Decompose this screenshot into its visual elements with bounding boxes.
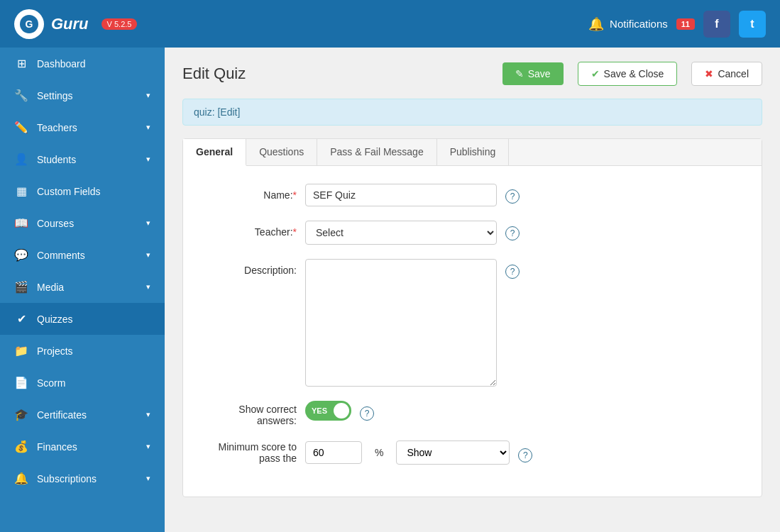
score-action-select[interactable]: Show: [396, 440, 510, 465]
sidebar-label-settings: Settings: [37, 90, 138, 101]
sidebar-label-dashboard: Dashboard: [37, 58, 150, 70]
media-chevron: ▾: [146, 282, 150, 292]
quizzes-icon: ✔: [14, 312, 28, 326]
courses-chevron: ▾: [146, 218, 150, 228]
sidebar-item-quizzes[interactable]: ✔ Quizzes: [0, 303, 165, 335]
breadcrumb: quiz: [Edit]: [182, 99, 762, 126]
sidebar-label-students: Students: [37, 154, 138, 165]
sidebar-item-media[interactable]: 🎬 Media ▾: [0, 271, 165, 303]
save-button[interactable]: ✎ Save: [502, 62, 564, 85]
notifications-area: 🔔 Notifications: [588, 16, 668, 32]
sidebar-item-custom-fields[interactable]: ▦ Custom Fields: [0, 175, 165, 207]
twitter-button[interactable]: t: [739, 11, 766, 38]
settings-chevron: ▾: [146, 91, 150, 100]
tab-publishing[interactable]: Publishing: [437, 139, 510, 165]
name-help-icon[interactable]: ?: [505, 189, 520, 204]
top-header: G Guru V 5.2.5 🔔 Notifications 11 f t: [0, 0, 780, 48]
teachers-chevron: ▾: [146, 123, 150, 132]
facebook-button[interactable]: f: [703, 11, 730, 38]
min-score-input[interactable]: [305, 441, 362, 464]
certificates-chevron: ▾: [146, 410, 150, 419]
tab-questions-label: Questions: [259, 146, 304, 157]
tabs-container: General Questions Pass & Fail Message Pu…: [182, 138, 762, 497]
breadcrumb-text: quiz: [Edit]: [194, 106, 240, 118]
sidebar-item-dashboard[interactable]: ⊞ Dashboard: [0, 48, 165, 79]
subscriptions-chevron: ▾: [146, 474, 150, 483]
scorm-icon: 📄: [14, 376, 28, 389]
save-icon: ✎: [515, 68, 524, 79]
min-score-help-icon[interactable]: ?: [518, 448, 532, 462]
notifications-count[interactable]: 11: [676, 18, 695, 30]
certificates-icon: 🎓: [14, 408, 28, 421]
sidebar-item-scorm[interactable]: 📄 Scorm: [0, 367, 165, 399]
sidebar-item-courses[interactable]: 📖 Courses ▾: [0, 207, 165, 239]
save-label: Save: [528, 68, 551, 79]
students-icon: 👤: [14, 153, 28, 166]
tab-general-label: General: [196, 146, 233, 157]
logo-area: G Guru V 5.2.5: [14, 9, 137, 39]
page-title: Edit Quiz: [182, 65, 488, 83]
cancel-button[interactable]: ✖ Cancel: [691, 62, 762, 86]
sidebar-label-courses: Courses: [37, 218, 138, 229]
logo-icon: G: [14, 9, 44, 39]
name-required: *: [293, 189, 297, 201]
page-header: Edit Quiz ✎ Save ✔ Save & Close ✖ Cancel: [182, 62, 762, 86]
finances-icon: 💰: [14, 440, 28, 453]
toggle-wrapper: YES: [305, 401, 351, 421]
layout: ⊞ Dashboard 🔧 Settings ▾ ✏️ Teachers ▾ 👤…: [0, 0, 780, 532]
sidebar: ⊞ Dashboard 🔧 Settings ▾ ✏️ Teachers ▾ 👤…: [0, 48, 165, 532]
notifications-label: Notifications: [610, 18, 668, 30]
teachers-icon: ✏️: [14, 121, 28, 134]
teacher-help-icon[interactable]: ?: [505, 226, 520, 240]
save-close-button[interactable]: ✔ Save & Close: [578, 62, 678, 86]
sidebar-item-finances[interactable]: 💰 Finances ▾: [0, 431, 165, 462]
min-score-label: Minimum score to pass the: [204, 441, 297, 464]
subscriptions-icon: 🔔: [14, 472, 28, 485]
form-row-name: Name:* ?: [204, 184, 740, 206]
sidebar-item-students[interactable]: 👤 Students ▾: [0, 143, 165, 175]
form-row-show-correct: Show correct answers: YES ?: [204, 401, 740, 426]
version-badge: V 5.2.5: [101, 18, 138, 30]
tab-general[interactable]: General: [183, 139, 246, 166]
show-correct-toggle[interactable]: YES: [305, 401, 351, 421]
header-right: 🔔 Notifications 11 f t: [588, 11, 766, 38]
save-close-icon: ✔: [591, 68, 600, 79]
tab-content-general: Name:* ? Teacher:* Select ?: [183, 166, 762, 497]
projects-icon: 📁: [14, 344, 28, 358]
sidebar-label-teachers: Teachers: [37, 122, 138, 133]
sidebar-label-subscriptions: Subscriptions: [37, 473, 138, 484]
form-row-teacher: Teacher:* Select ?: [204, 221, 740, 245]
sidebar-item-certificates[interactable]: 🎓 Certificates ▾: [0, 399, 165, 431]
description-help-icon[interactable]: ?: [505, 265, 520, 279]
sidebar-item-settings[interactable]: 🔧 Settings ▾: [0, 79, 165, 111]
sidebar-item-teachers[interactable]: ✏️ Teachers ▾: [0, 111, 165, 143]
name-input[interactable]: [305, 184, 497, 206]
sidebar-label-scorm: Scorm: [37, 377, 150, 389]
sidebar-label-projects: Projects: [37, 345, 150, 357]
form-row-description: Description: ?: [204, 259, 740, 387]
toggle-knob: [334, 403, 349, 419]
sidebar-item-comments[interactable]: 💬 Comments ▾: [0, 239, 165, 271]
tab-pass-fail-label: Pass & Fail Message: [330, 146, 424, 157]
courses-icon: 📖: [14, 216, 28, 230]
teacher-select[interactable]: Select: [305, 221, 497, 245]
sidebar-label-quizzes: Quizzes: [37, 314, 150, 325]
sidebar-label-media: Media: [37, 282, 138, 293]
tab-questions[interactable]: Questions: [246, 139, 317, 165]
svg-text:G: G: [26, 18, 33, 30]
percent-label: %: [370, 442, 388, 463]
form-row-min-score: Minimum score to pass the % Show ?: [204, 440, 740, 465]
tab-publishing-label: Publishing: [450, 146, 496, 157]
sidebar-label-finances: Finances: [37, 441, 138, 453]
sidebar-item-projects[interactable]: 📁 Projects: [0, 335, 165, 367]
comments-icon: 💬: [14, 248, 28, 262]
students-chevron: ▾: [146, 155, 150, 164]
tab-pass-fail[interactable]: Pass & Fail Message: [317, 139, 437, 165]
sidebar-item-subscriptions[interactable]: 🔔 Subscriptions ▾: [0, 462, 165, 494]
description-label: Description:: [204, 259, 297, 276]
dashboard-icon: ⊞: [14, 57, 28, 70]
custom-fields-icon: ▦: [14, 184, 28, 198]
description-textarea[interactable]: [305, 259, 497, 387]
show-correct-help-icon[interactable]: ?: [360, 406, 374, 421]
cancel-label: Cancel: [718, 68, 749, 79]
